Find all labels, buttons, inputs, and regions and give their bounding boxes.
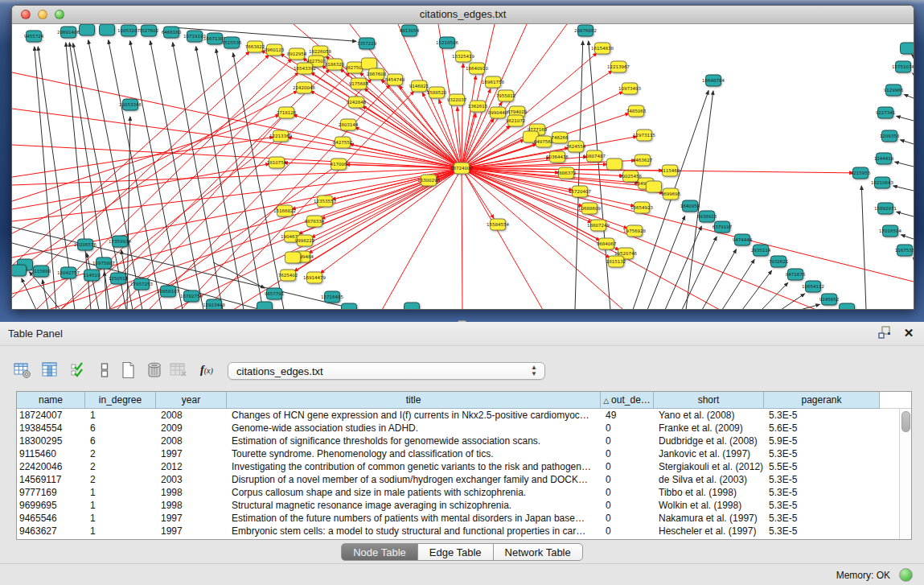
graph-node[interactable]: 746266 (552, 132, 569, 143)
graph-node[interactable]: 20691406 (57, 27, 80, 38)
graph-node[interactable]: 9699695 (661, 188, 681, 200)
graph-node[interactable] (840, 303, 855, 310)
citation-edge-black[interactable] (12, 243, 261, 310)
graph-node[interactable]: 20364436 (546, 151, 569, 163)
citation-edge-black[interactable] (913, 73, 914, 74)
graph-node[interactable]: 9455724 (24, 31, 44, 42)
table-row[interactable]: 1872400712008Changes of HCN gene express… (17, 409, 911, 422)
graph-node[interactable]: 16210643 (871, 177, 893, 188)
graph-node[interactable]: 1640954 (680, 200, 700, 212)
citation-edge-black[interactable] (897, 212, 914, 216)
graph-node[interactable]: 9998222 (295, 235, 315, 246)
graph-node[interactable]: 10053287 (117, 25, 140, 36)
graph-node[interactable]: 13325419 (452, 51, 474, 62)
graph-node[interactable]: 8813054 (400, 25, 420, 36)
column-header-out_de[interactable]: △out_de… (601, 392, 654, 409)
graph-node[interactable]: 12973115 (633, 130, 655, 141)
citation-edge-black[interactable] (861, 186, 866, 310)
citation-edge-black[interactable] (722, 260, 754, 310)
graph-node[interactable]: 20876882 (574, 25, 597, 36)
graph-node[interactable]: 1815132 (606, 256, 626, 267)
graph-node[interactable]: 7357229 (357, 38, 377, 49)
graph-node[interactable]: 9857791 (265, 288, 285, 299)
citation-edge-red[interactable] (320, 168, 462, 274)
citation-edge-red[interactable] (462, 24, 495, 168)
graph-node[interactable]: 1209358 (880, 130, 900, 142)
graph-node[interactable]: 2803144 (339, 119, 359, 130)
citation-edge-red[interactable] (462, 168, 914, 282)
graph-node[interactable]: 12353553 (314, 196, 336, 207)
select-columns-icon[interactable] (68, 359, 90, 381)
graph-node[interactable]: 1588520 (427, 87, 447, 98)
float-panel-icon[interactable] (877, 326, 892, 340)
graph-node[interactable]: 16648784 (702, 75, 725, 86)
citation-edge-black[interactable] (893, 186, 914, 191)
graph-node[interactable]: 9242848 (347, 97, 367, 108)
citation-edge-black[interactable] (800, 304, 819, 310)
close-panel-icon[interactable]: ✕ (901, 326, 916, 340)
table-row[interactable]: 977716911998Corpus callosum shape and si… (17, 486, 911, 499)
column-header-pagerank[interactable]: pagerank (764, 392, 880, 409)
graph-node[interactable]: 9175685 (349, 78, 369, 89)
graph-node[interactable]: 10654112 (802, 281, 824, 292)
column-header-title[interactable]: title (227, 392, 601, 409)
graph-node[interactable]: 19756928 (623, 225, 646, 237)
graph-node[interactable]: 20053346 (119, 99, 142, 110)
minimize-window-button[interactable] (38, 10, 47, 19)
citation-edge-red[interactable] (462, 168, 494, 218)
graph-node[interactable]: 6379197 (713, 221, 733, 233)
graph-node[interactable]: 15716485 (321, 291, 343, 303)
citation-edge-red[interactable] (462, 24, 527, 168)
graph-node[interactable]: 16154838 (591, 43, 614, 54)
graph-node[interactable]: 7527602 (139, 25, 159, 36)
tab-node-table[interactable]: Node Table (341, 543, 418, 561)
citation-edge-black[interactable] (901, 235, 914, 239)
graph-node[interactable]: 1115688 (31, 266, 51, 277)
graph-node[interactable] (405, 303, 420, 310)
graph-node[interactable]: 3624554 (566, 141, 586, 152)
graph-node[interactable]: 15166822 (273, 205, 296, 216)
graph-node[interactable] (285, 252, 301, 263)
citation-edge-black[interactable] (897, 116, 914, 121)
graph-node[interactable]: 1250515 (109, 273, 129, 284)
graph-node[interactable]: 7663822 (245, 41, 265, 52)
graph-node[interactable]: 9129966 (884, 84, 904, 96)
vertical-scrollbar[interactable] (899, 409, 911, 539)
citation-edge-red[interactable] (462, 168, 816, 310)
graph-node[interactable]: 8471676 (786, 269, 806, 280)
graph-node[interactable]: 1244419 (874, 153, 894, 164)
scrollbar-thumb[interactable] (901, 411, 910, 432)
table-row[interactable]: 946362711997Embryonic stem cells: a mode… (17, 525, 911, 538)
network-canvas[interactable]: 9455724206914061005328775276026466160107… (12, 24, 914, 309)
graph-node[interactable]: 1167533 (895, 245, 914, 256)
network-view-window[interactable]: citations_edges.txt 94557242069140610053… (11, 5, 914, 310)
window-titlebar[interactable]: citations_edges.txt (12, 6, 914, 24)
citation-edge-red[interactable] (462, 64, 463, 168)
citation-edge-black[interactable] (912, 55, 914, 56)
graph-node[interactable]: 1810754 (267, 157, 287, 168)
graph-node[interactable]: 15892971 (874, 203, 897, 214)
show-columns-icon[interactable] (39, 359, 61, 381)
graph-node[interactable]: 8454749 (385, 74, 405, 85)
table-row[interactable]: 911546021997Tourette syndrome. Phenomeno… (17, 447, 911, 460)
graph-node[interactable] (257, 302, 273, 310)
graph-node[interactable]: 9322037 (447, 94, 467, 105)
citation-edge-black[interactable] (647, 216, 685, 310)
graph-node[interactable]: 7886372 (556, 167, 577, 179)
graph-node[interactable]: 7485063 (626, 105, 647, 117)
graph-node[interactable]: 10807487 (583, 150, 606, 162)
tab-network-table[interactable]: Network Table (493, 543, 583, 561)
graph-node[interactable]: 8878334 (305, 216, 325, 227)
citation-edge-black[interactable] (913, 257, 914, 258)
table-row[interactable]: 1456911722003Disruption of a novel membe… (17, 473, 911, 486)
create-column-icon[interactable] (117, 359, 140, 381)
graph-node[interactable] (901, 43, 914, 54)
graph-node[interactable]: 16914479 (303, 272, 326, 283)
graph-node[interactable]: 8938923 (697, 211, 717, 222)
citation-edge-black[interactable] (901, 140, 914, 144)
graph-node[interactable]: 16961758 (482, 76, 504, 88)
graph-node[interactable]: 10975887 (92, 257, 115, 269)
citation-edge-black[interactable] (216, 49, 263, 310)
graph-node[interactable]: 9146821 (409, 80, 429, 92)
citation-edge-black[interactable] (762, 282, 788, 310)
